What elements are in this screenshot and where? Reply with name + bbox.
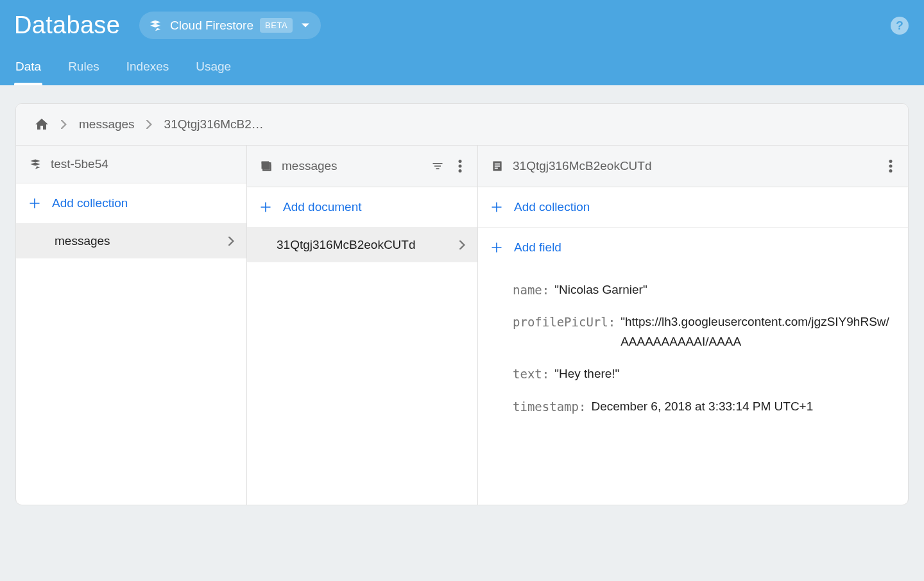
tab-usage[interactable]: Usage [194,51,232,85]
database-selector-label: Cloud Firestore [170,19,253,33]
column-collection-title: messages [282,159,338,173]
home-icon[interactable] [34,117,49,132]
plus-icon [490,200,504,214]
column-root-header: test-5be54 [16,146,246,183]
tab-data[interactable]: Data [14,51,42,85]
breadcrumb: messages 31Qtgj316McB2… [16,104,908,146]
add-collection-button[interactable]: Add collection [16,183,246,224]
more-button[interactable] [456,157,465,175]
field-value: "Nicolas Garnier" [554,283,647,296]
svg-point-10 [889,160,893,163]
caret-down-icon [302,22,309,29]
chevron-right-icon [459,240,466,249]
firestore-icon [29,158,42,171]
filter-button[interactable] [429,157,447,175]
columns: test-5be54 Add collection messages [16,146,908,505]
column-root-title: test-5be54 [51,157,108,171]
field-key: timestamp [513,400,579,414]
document-fields: name: "Nicolas Garnier" profilePicUrl: "… [478,267,908,423]
column-collection-header: messages [247,146,477,187]
field-value: December 6, 2018 at 3:33:14 PM UTC+1 [591,400,813,413]
plus-icon [28,196,42,210]
chevron-right-icon [146,120,153,129]
collection-item-label: messages [34,234,228,248]
field-key: profilePicUrl [513,315,608,329]
field-key: name [513,283,542,297]
field-row[interactable]: name: "Nicolas Garnier" [478,274,908,306]
tab-rules[interactable]: Rules [67,51,101,85]
chevron-right-icon [228,237,235,246]
svg-rect-9 [495,168,498,169]
breadcrumb-collection[interactable]: messages [79,117,135,131]
document-item[interactable]: 31Qtgj316McB2eokCUTd [247,228,477,262]
tab-bar: Data Rules Indexes Usage [0,51,924,85]
header-top-bar: Database Cloud Firestore BETA ? [0,0,924,51]
column-document: 31Qtgj316McB2eokCUTd Add collection [478,146,908,505]
plus-icon [259,200,273,214]
svg-point-12 [889,169,893,173]
field-row[interactable]: text: "Hey there!" [478,358,908,390]
collection-icon [260,160,273,173]
svg-point-3 [459,160,462,163]
chevron-right-icon [61,120,67,129]
column-collection: messages Add document 31Qtgj [247,146,478,505]
database-selector[interactable]: Cloud Firestore BETA [139,12,321,39]
add-field-label: Add field [514,240,561,255]
add-field-button[interactable]: Add field [478,228,908,267]
plus-icon [490,240,504,255]
page-title: Database [14,12,120,39]
add-document-label: Add document [283,200,362,214]
add-collection-label: Add collection [52,196,128,210]
add-document-button[interactable]: Add document [247,187,477,228]
help-icon: ? [896,19,903,33]
collection-item[interactable]: messages [16,224,246,258]
svg-point-11 [889,165,893,168]
document-item-label: 31Qtgj316McB2eokCUTd [265,238,459,252]
breadcrumb-document[interactable]: 31Qtgj316McB2… [164,117,264,131]
more-button[interactable] [886,157,895,175]
svg-rect-7 [495,164,500,165]
field-row[interactable]: profilePicUrl: "https://lh3.googleuserco… [478,306,908,358]
field-value: "Hey there!" [554,367,619,380]
content-area: messages 31Qtgj316McB2… test-5be5 [0,85,924,505]
tab-indexes[interactable]: Indexes [125,51,171,85]
document-icon [491,160,504,173]
field-value: "https://lh3.googleusercontent.com/jgzSI… [620,315,889,348]
add-subcollection-label: Add collection [514,200,590,214]
svg-rect-8 [495,165,500,167]
firestore-icon [148,19,162,33]
help-button[interactable]: ? [891,17,909,35]
field-key: text [513,367,542,381]
beta-badge: BETA [260,18,293,33]
column-document-title: 31Qtgj316McB2eokCUTd [513,159,652,173]
data-panel: messages 31Qtgj316McB2… test-5be5 [15,103,909,505]
app-header: Database Cloud Firestore BETA ? Data Rul… [0,0,924,85]
svg-point-4 [459,165,462,168]
add-subcollection-button[interactable]: Add collection [478,187,908,228]
column-root: test-5be54 Add collection messages [16,146,247,505]
svg-point-5 [459,169,462,173]
column-document-header: 31Qtgj316McB2eokCUTd [478,146,908,187]
field-row[interactable]: timestamp: December 6, 2018 at 3:33:14 P… [478,391,908,423]
svg-rect-2 [262,162,270,170]
